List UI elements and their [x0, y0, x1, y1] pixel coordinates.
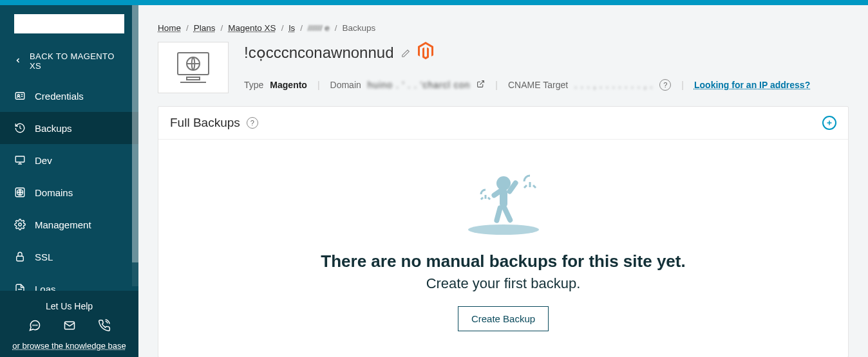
meta-sep: | — [314, 80, 324, 90]
add-backup-button[interactable] — [822, 116, 836, 130]
svg-rect-21 — [187, 77, 200, 80]
ip-address-link[interactable]: Looking for an IP address? — [694, 80, 810, 90]
site-header: !cọcccnconawnonnud Type Magento | Domain… — [158, 42, 849, 93]
monitor-icon — [14, 154, 26, 166]
create-backup-button[interactable]: Create Backup — [458, 306, 549, 331]
back-to-plan-link[interactable]: BACK TO MAGENTO XS — [0, 42, 138, 80]
meta-sep: | — [491, 80, 502, 90]
empty-illustration-icon — [171, 165, 835, 239]
svg-point-16 — [35, 325, 35, 325]
meta-sep: | — [677, 80, 688, 90]
card-header: Full Backups ? — [158, 107, 848, 140]
breadcrumb-sep: / — [221, 23, 223, 33]
breadcrumb-current: Backups — [342, 23, 375, 33]
type-value: Magento — [270, 80, 307, 90]
svg-point-17 — [36, 325, 37, 325]
cname-label: CNAME Target — [508, 80, 568, 90]
email-icon[interactable] — [63, 319, 76, 332]
sidebar-item-domains[interactable]: Domains — [0, 176, 138, 208]
help-title: Let Us Help — [6, 301, 132, 311]
svg-rect-2 — [15, 93, 24, 100]
svg-point-11 — [19, 223, 22, 226]
lock-icon — [14, 251, 26, 262]
sidebar-item-ssl[interactable]: SSL — [0, 241, 138, 273]
sidebar: BACK TO MAGENTO XS Credentials Backups D… — [0, 5, 138, 357]
sidebar-item-management[interactable]: Management — [0, 208, 138, 241]
breadcrumb-plans[interactable]: Plans — [194, 23, 216, 33]
chat-icon[interactable] — [28, 319, 41, 332]
empty-title: There are no manual backups for this sit… — [171, 252, 835, 271]
breadcrumb-magento-xs[interactable]: Magento XS — [228, 23, 276, 33]
sidebar-item-label: SSL — [35, 252, 53, 262]
domain-label: Domain — [330, 80, 361, 90]
breadcrumb-home[interactable]: Home — [158, 23, 181, 33]
search-box[interactable] — [14, 14, 124, 33]
site-meta-row: Type Magento | Domain huino . ' . . 'cha… — [244, 79, 849, 91]
full-backups-card: Full Backups ? — [158, 106, 849, 357]
breadcrumb-sep: / — [335, 23, 337, 33]
help-icons — [6, 319, 132, 332]
document-icon — [14, 283, 26, 291]
breadcrumb-site: ////// e — [308, 23, 330, 33]
domain-value: huino . ' . . 'charcl con — [368, 80, 471, 90]
sidebar-item-label: Backups — [35, 123, 72, 134]
cname-value: . . . , . . . . . . . , . — [574, 80, 653, 90]
external-link-icon[interactable] — [476, 80, 485, 90]
edit-icon[interactable] — [401, 44, 410, 62]
card-title: Full Backups ? — [170, 116, 258, 130]
help-section: Let Us Help or browse the knowledge base — [0, 291, 138, 357]
svg-rect-32 — [501, 205, 513, 224]
help-icon[interactable]: ? — [247, 117, 258, 129]
gear-icon — [14, 219, 26, 230]
top-accent-bar — [0, 0, 868, 5]
search-input[interactable] — [19, 19, 132, 29]
breadcrumb-sep: / — [281, 23, 284, 33]
type-label: Type — [244, 80, 263, 90]
main-content: Home / Plans / Magento XS / ls / ////// … — [138, 5, 868, 357]
knowledge-base-link[interactable]: or browse the knowledge base — [6, 341, 132, 351]
site-info: !cọcccnconawnonnud Type Magento | Domain… — [244, 42, 849, 91]
empty-subtitle: Create your first backup. — [171, 275, 835, 292]
layout: BACK TO MAGENTO XS Credentials Backups D… — [0, 5, 868, 357]
svg-point-15 — [33, 325, 33, 325]
breadcrumb-sep: / — [186, 23, 189, 33]
svg-rect-31 — [493, 205, 503, 223]
id-card-icon — [14, 90, 26, 102]
sidebar-item-label: Dev — [35, 155, 52, 166]
history-icon — [14, 122, 26, 134]
back-label: BACK TO MAGENTO XS — [30, 51, 124, 71]
svg-rect-12 — [17, 256, 24, 261]
search-wrap — [0, 5, 138, 42]
sidebar-item-label: Credentials — [35, 91, 84, 102]
breadcrumb-sep: / — [300, 23, 303, 33]
sidebar-item-logs[interactable]: Loas — [0, 273, 138, 291]
sidebar-item-dev[interactable]: Dev — [0, 144, 138, 176]
magento-logo-icon — [418, 42, 433, 64]
breadcrumb-ls[interactable]: ls — [288, 23, 295, 33]
globe-box-icon — [14, 187, 26, 198]
sidebar-scroll: BACK TO MAGENTO XS Credentials Backups D… — [0, 5, 138, 291]
sidebar-item-credentials[interactable]: Credentials — [0, 80, 138, 112]
svg-line-23 — [480, 81, 484, 85]
sidebar-item-backups[interactable]: Backups — [0, 112, 138, 144]
sidebar-item-label: Management — [35, 219, 91, 230]
svg-rect-6 — [15, 156, 24, 162]
sidebar-item-label: Loas — [35, 284, 56, 291]
empty-state: There are no manual backups for this sit… — [158, 140, 848, 357]
scrollbar-thumb[interactable] — [132, 5, 138, 262]
sidebar-item-label: Domains — [35, 187, 73, 198]
breadcrumb: Home / Plans / Magento XS / ls / ////// … — [158, 5, 849, 42]
svg-point-26 — [468, 224, 539, 235]
site-thumbnail — [158, 42, 229, 93]
site-title-text: !cọcccnconawnonnud — [244, 44, 393, 62]
card-title-text: Full Backups — [170, 116, 240, 130]
svg-point-3 — [17, 95, 19, 96]
site-title: !cọcccnconawnonnud — [244, 42, 849, 64]
phone-icon[interactable] — [98, 319, 111, 332]
help-icon[interactable]: ? — [659, 79, 671, 91]
chevron-left-icon — [14, 57, 22, 66]
